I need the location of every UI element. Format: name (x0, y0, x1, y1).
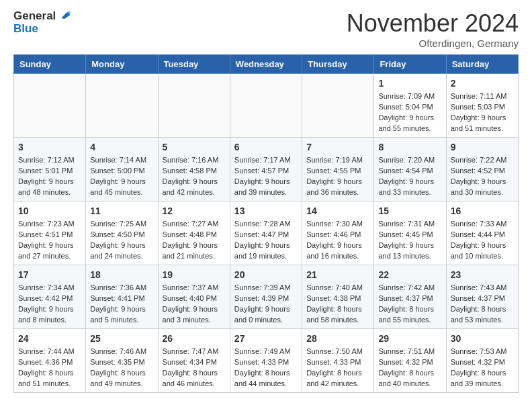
day-number: 20 (234, 268, 298, 281)
calendar-cell: 1Sunrise: 7:09 AM Sunset: 5:04 PM Daylig… (374, 74, 446, 138)
header-row: Sunday Monday Tuesday Wednesday Thursday… (14, 55, 519, 74)
day-number: 10 (18, 204, 81, 218)
calendar-cell (158, 74, 230, 138)
calendar-week-1: 1Sunrise: 7:09 AM Sunset: 5:04 PM Daylig… (14, 74, 519, 138)
calendar-cell: 3Sunrise: 7:12 AM Sunset: 5:01 PM Daylig… (14, 138, 86, 201)
calendar-cell: 6Sunrise: 7:17 AM Sunset: 4:57 PM Daylig… (230, 138, 302, 201)
logo: General Blue (13, 9, 71, 36)
calendar-cell: 4Sunrise: 7:14 AM Sunset: 5:00 PM Daylig… (86, 138, 158, 201)
calendar-header: Sunday Monday Tuesday Wednesday Thursday… (14, 55, 519, 74)
calendar-cell: 2Sunrise: 7:11 AM Sunset: 5:03 PM Daylig… (446, 74, 518, 138)
calendar-cell: 12Sunrise: 7:27 AM Sunset: 4:48 PM Dayli… (158, 201, 230, 265)
day-number: 18 (90, 268, 153, 281)
day-number: 3 (18, 140, 81, 154)
day-info: Sunrise: 7:40 AM Sunset: 4:38 PM Dayligh… (306, 283, 369, 326)
day-info: Sunrise: 7:25 AM Sunset: 4:50 PM Dayligh… (90, 219, 153, 262)
day-number: 2 (451, 77, 514, 90)
day-info: Sunrise: 7:27 AM Sunset: 4:48 PM Dayligh… (163, 219, 226, 262)
logo-blue-text: Blue (13, 22, 38, 35)
day-info: Sunrise: 7:39 AM Sunset: 4:39 PM Dayligh… (234, 283, 298, 326)
day-info: Sunrise: 7:49 AM Sunset: 4:33 PM Dayligh… (234, 347, 298, 390)
day-info: Sunrise: 7:44 AM Sunset: 4:36 PM Dayligh… (18, 347, 81, 390)
day-info: Sunrise: 7:37 AM Sunset: 4:40 PM Dayligh… (163, 283, 226, 326)
calendar-week-2: 3Sunrise: 7:12 AM Sunset: 5:01 PM Daylig… (14, 138, 519, 201)
col-sunday: Sunday (14, 55, 86, 74)
day-info: Sunrise: 7:22 AM Sunset: 4:52 PM Dayligh… (451, 155, 514, 198)
day-info: Sunrise: 7:23 AM Sunset: 4:51 PM Dayligh… (18, 219, 81, 262)
col-saturday: Saturday (446, 55, 518, 74)
calendar-cell: 8Sunrise: 7:20 AM Sunset: 4:54 PM Daylig… (374, 138, 446, 201)
col-thursday: Thursday (302, 55, 374, 74)
day-number: 12 (163, 204, 226, 218)
day-info: Sunrise: 7:14 AM Sunset: 5:00 PM Dayligh… (90, 155, 153, 198)
calendar-cell: 22Sunrise: 7:42 AM Sunset: 4:37 PM Dayli… (374, 265, 446, 329)
calendar-cell (86, 74, 158, 138)
calendar-cell: 9Sunrise: 7:22 AM Sunset: 4:52 PM Daylig… (446, 138, 518, 201)
calendar-body: 1Sunrise: 7:09 AM Sunset: 5:04 PM Daylig… (14, 74, 519, 393)
calendar-cell: 26Sunrise: 7:47 AM Sunset: 4:34 PM Dayli… (158, 329, 230, 393)
calendar-cell (302, 74, 374, 138)
header: General Blue November 2024 Ofterdingen, … (0, 0, 532, 54)
day-number: 15 (378, 204, 441, 218)
day-number: 9 (451, 140, 514, 154)
calendar-cell: 7Sunrise: 7:19 AM Sunset: 4:55 PM Daylig… (302, 138, 374, 201)
day-info: Sunrise: 7:47 AM Sunset: 4:34 PM Dayligh… (163, 347, 226, 390)
day-number: 1 (378, 77, 441, 90)
day-info: Sunrise: 7:46 AM Sunset: 4:35 PM Dayligh… (90, 347, 153, 390)
calendar-cell: 23Sunrise: 7:43 AM Sunset: 4:37 PM Dayli… (446, 265, 518, 329)
day-number: 7 (306, 140, 369, 154)
day-info: Sunrise: 7:43 AM Sunset: 4:37 PM Dayligh… (451, 283, 514, 326)
day-number: 22 (378, 268, 441, 281)
calendar-table: Sunday Monday Tuesday Wednesday Thursday… (13, 54, 519, 393)
day-info: Sunrise: 7:09 AM Sunset: 5:04 PM Dayligh… (378, 91, 441, 134)
day-info: Sunrise: 7:20 AM Sunset: 4:54 PM Dayligh… (378, 155, 441, 198)
day-info: Sunrise: 7:36 AM Sunset: 4:41 PM Dayligh… (90, 283, 153, 326)
col-monday: Monday (86, 55, 158, 74)
calendar-cell: 5Sunrise: 7:16 AM Sunset: 4:58 PM Daylig… (158, 138, 230, 201)
month-title: November 2024 (347, 9, 519, 38)
day-info: Sunrise: 7:11 AM Sunset: 5:03 PM Dayligh… (451, 91, 514, 134)
calendar-cell: 13Sunrise: 7:28 AM Sunset: 4:47 PM Dayli… (230, 201, 302, 265)
day-info: Sunrise: 7:42 AM Sunset: 4:37 PM Dayligh… (378, 283, 441, 326)
calendar-week-5: 24Sunrise: 7:44 AM Sunset: 4:36 PM Dayli… (14, 329, 519, 393)
title-block: November 2024 Ofterdingen, Germany (347, 9, 519, 49)
day-number: 19 (163, 268, 226, 281)
logo-text: General Blue (13, 9, 71, 36)
day-info: Sunrise: 7:12 AM Sunset: 5:01 PM Dayligh… (18, 155, 81, 198)
day-number: 21 (306, 268, 369, 281)
calendar-cell: 10Sunrise: 7:23 AM Sunset: 4:51 PM Dayli… (14, 201, 86, 265)
logo-bird-icon (56, 8, 71, 23)
calendar-cell: 24Sunrise: 7:44 AM Sunset: 4:36 PM Dayli… (14, 329, 86, 393)
day-number: 26 (163, 332, 226, 345)
day-number: 8 (378, 140, 441, 154)
day-number: 5 (163, 140, 226, 154)
day-info: Sunrise: 7:19 AM Sunset: 4:55 PM Dayligh… (306, 155, 369, 198)
calendar-week-3: 10Sunrise: 7:23 AM Sunset: 4:51 PM Dayli… (14, 201, 519, 265)
day-info: Sunrise: 7:28 AM Sunset: 4:47 PM Dayligh… (234, 219, 298, 262)
calendar-cell: 25Sunrise: 7:46 AM Sunset: 4:35 PM Dayli… (86, 329, 158, 393)
day-number: 30 (451, 332, 514, 345)
day-info: Sunrise: 7:50 AM Sunset: 4:33 PM Dayligh… (306, 347, 369, 390)
day-number: 24 (18, 332, 81, 345)
calendar-cell: 30Sunrise: 7:53 AM Sunset: 4:32 PM Dayli… (446, 329, 518, 393)
day-number: 14 (306, 204, 369, 218)
day-number: 27 (234, 332, 298, 345)
day-info: Sunrise: 7:34 AM Sunset: 4:42 PM Dayligh… (18, 283, 81, 326)
calendar-cell: 27Sunrise: 7:49 AM Sunset: 4:33 PM Dayli… (230, 329, 302, 393)
location: Ofterdingen, Germany (347, 38, 519, 49)
day-number: 16 (451, 204, 514, 218)
calendar-cell: 14Sunrise: 7:30 AM Sunset: 4:46 PM Dayli… (302, 201, 374, 265)
day-number: 29 (378, 332, 441, 345)
day-info: Sunrise: 7:51 AM Sunset: 4:32 PM Dayligh… (378, 347, 441, 390)
day-info: Sunrise: 7:17 AM Sunset: 4:57 PM Dayligh… (234, 155, 298, 198)
logo-general-text: General (13, 10, 56, 23)
day-info: Sunrise: 7:30 AM Sunset: 4:46 PM Dayligh… (306, 219, 369, 262)
calendar-cell: 28Sunrise: 7:50 AM Sunset: 4:33 PM Dayli… (302, 329, 374, 393)
calendar-cell: 17Sunrise: 7:34 AM Sunset: 4:42 PM Dayli… (14, 265, 86, 329)
calendar-cell: 15Sunrise: 7:31 AM Sunset: 4:45 PM Dayli… (374, 201, 446, 265)
calendar-cell: 20Sunrise: 7:39 AM Sunset: 4:39 PM Dayli… (230, 265, 302, 329)
calendar-cell (230, 74, 302, 138)
calendar-cell (14, 74, 86, 138)
day-number: 25 (90, 332, 153, 345)
day-info: Sunrise: 7:31 AM Sunset: 4:45 PM Dayligh… (378, 219, 441, 262)
